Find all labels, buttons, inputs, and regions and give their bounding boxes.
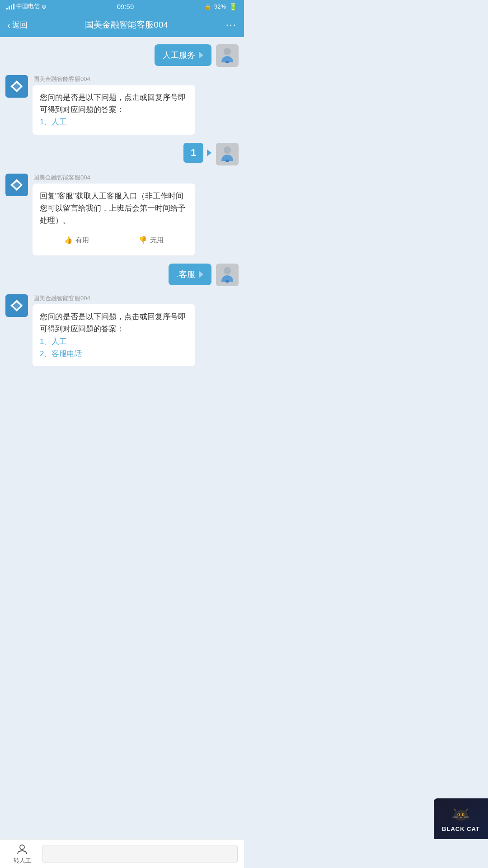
- message-text: 您问的是否是以下问题，点击或回复序号即可得到对应问题的答案：: [40, 93, 186, 114]
- back-label: 返回: [12, 20, 28, 30]
- bot-bubble-wrap: 国美金融智能客服004 回复"客服"获取人工客服入口（非工作时间您可以留言给我们…: [33, 174, 195, 256]
- bot-sender-name: 国美金融智能客服004: [33, 174, 195, 182]
- lock-icon: 🔒: [204, 3, 211, 10]
- user-avatar: [216, 264, 239, 286]
- status-left: 中国电信 ⊜: [6, 2, 47, 10]
- bot-avatar: [5, 294, 28, 317]
- back-button[interactable]: ‹ 返回: [7, 20, 28, 30]
- svg-point-5: [11, 184, 13, 186]
- bubble-arrow-icon: [207, 149, 211, 156]
- feedback-useful-button[interactable]: 👍 有用: [40, 231, 114, 249]
- bubble-arrow-icon: [199, 271, 203, 278]
- message-row: 国美金融智能客服004 回复"客服"获取人工客服入口（非工作时间您可以留言给我们…: [5, 174, 239, 256]
- message-row: .客服: [5, 264, 239, 286]
- clock: 09:59: [117, 3, 134, 10]
- more-button[interactable]: ···: [226, 19, 237, 31]
- bubble-arrow-icon: [199, 52, 203, 59]
- signal-icon: [6, 4, 14, 9]
- bot-bubble-wrap: 国美金融智能客服004 您问的是否是以下问题，点击或回复序号即可得到对应问题的答…: [33, 75, 195, 135]
- feedback-useless-label: 无用: [150, 235, 164, 245]
- human-avatar-icon: [218, 47, 236, 65]
- svg-point-8: [11, 305, 13, 307]
- back-chevron-icon: ‹: [7, 20, 10, 30]
- thumbup-icon: 👍: [64, 235, 73, 245]
- message-row: 人工服务: [5, 44, 239, 67]
- message-text: 回复"客服"获取人工客服入口（非工作时间您可以留言给我们，上班后会第一时间给予处…: [40, 192, 186, 225]
- status-bar: 中国电信 ⊜ 09:59 🔒 92% 🔋: [0, 0, 244, 13]
- feedback-row: 👍 有用 👎 无用: [40, 231, 188, 249]
- bot-logo-icon: [8, 176, 25, 193]
- bot-bubble: 您问的是否是以下问题，点击或回复序号即可得到对应问题的答案： 1、人工: [33, 85, 195, 135]
- battery-percent: 92%: [214, 3, 226, 10]
- header: ‹ 返回 国美金融智能客服004 ···: [0, 13, 244, 37]
- carrier-label: 中国电信: [16, 2, 40, 10]
- message-link-1[interactable]: 1、人工: [40, 337, 67, 346]
- bot-bubble-wrap: 国美金融智能客服004 您问的是否是以下问题，点击或回复序号即可得到对应问题的答…: [33, 294, 195, 366]
- header-title: 国美金融智能客服004: [28, 19, 226, 31]
- message-row: 国美金融智能客服004 您问的是否是以下问题，点击或回复序号即可得到对应问题的答…: [5, 294, 239, 366]
- message-row: 1: [5, 143, 239, 165]
- status-right: 🔒 92% 🔋: [204, 2, 238, 11]
- message-link-1[interactable]: 1、人工: [40, 118, 67, 126]
- bot-logo-icon: [8, 297, 25, 314]
- bot-bubble: 回复"客服"获取人工客服入口（非工作时间您可以留言给我们，上班后会第一时间给予处…: [33, 184, 195, 256]
- bot-bubble: 您问的是否是以下问题，点击或回复序号即可得到对应问题的答案： 1、人工 2、客服…: [33, 304, 195, 366]
- svg-point-2: [11, 85, 13, 88]
- message-text: 人工服务: [163, 50, 195, 61]
- bot-sender-name: 国美金融智能客服004: [33, 75, 195, 83]
- human-avatar-icon: [218, 266, 236, 284]
- bot-logo-icon: [8, 78, 25, 95]
- thumbdown-icon: 👎: [139, 235, 147, 245]
- bot-avatar: [5, 75, 28, 98]
- message-row: 国美金融智能客服004 您问的是否是以下问题，点击或回复序号即可得到对应问题的答…: [5, 75, 239, 135]
- wifi-icon: ⊜: [42, 3, 47, 10]
- battery-icon: 🔋: [229, 2, 238, 11]
- message-text: .客服: [177, 269, 195, 280]
- chat-area: 人工服务 国美金融智能客服004 您问的是否是以下问题，点击或回复序号即可得到对…: [0, 37, 244, 402]
- feedback-useful-label: 有用: [75, 235, 89, 245]
- user-number-bubble: 1: [183, 143, 203, 163]
- user-bubble: 人工服务: [155, 44, 211, 66]
- user-avatar: [216, 143, 239, 165]
- user-bubble: .客服: [169, 264, 211, 285]
- bot-sender-name: 国美金融智能客服004: [33, 294, 195, 302]
- bot-avatar: [5, 174, 28, 196]
- feedback-useless-button[interactable]: 👎 无用: [114, 231, 188, 249]
- user-avatar: [216, 44, 239, 67]
- message-link-2[interactable]: 2、客服电话: [40, 349, 82, 358]
- message-text: 您问的是否是以下问题，点击或回复序号即可得到对应问题的答案：: [40, 312, 186, 333]
- human-avatar-icon: [218, 145, 236, 163]
